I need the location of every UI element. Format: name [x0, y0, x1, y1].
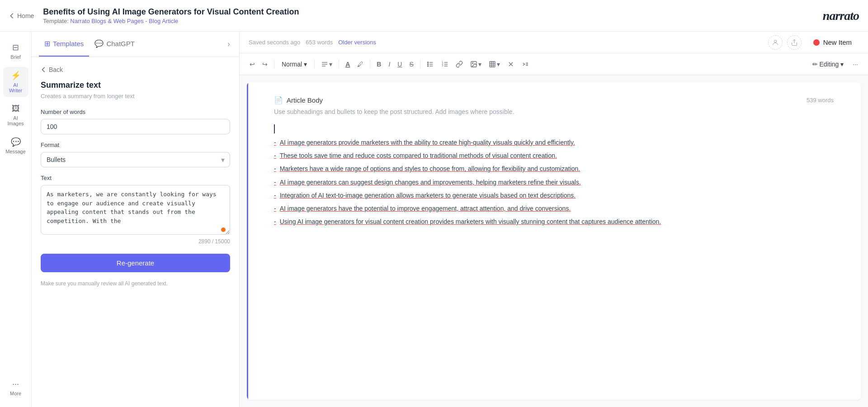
- icon-sidebar: ⊟ Brief ⚡ AI Writer 🖼 AI Images 💬 Messag…: [0, 32, 32, 407]
- textarea-wrap: As marketers, we are constantly looking …: [41, 185, 230, 237]
- editing-label: Editing: [820, 61, 839, 68]
- image-button[interactable]: ▾: [467, 59, 484, 70]
- tab-label: ChatGPT: [106, 40, 135, 47]
- sidebar-item-ai-writer[interactable]: ⚡ AI Writer: [3, 67, 28, 97]
- list-item: -AI image generators have the potential …: [274, 203, 834, 214]
- undo-button[interactable]: ↩: [247, 59, 258, 70]
- article-word-count: 539 words: [807, 97, 834, 104]
- ordered-list-button[interactable]: 123: [439, 59, 451, 70]
- svg-point-17: [472, 62, 473, 63]
- pencil-icon: ✏: [812, 61, 818, 68]
- toolbar-divider: [370, 60, 370, 69]
- chevron-down-icon: ▾: [497, 61, 500, 68]
- editor-statusbar: Saved seconds ago 653 words Older versio…: [240, 32, 868, 53]
- svg-text:3: 3: [442, 64, 443, 67]
- doc-title: Benefits of Using AI Image Generators fo…: [43, 7, 822, 17]
- older-versions-link[interactable]: Older versions: [338, 39, 376, 46]
- highlight-button[interactable]: 🖊: [354, 59, 366, 70]
- sidebar-item-brief[interactable]: ⊟ Brief: [3, 39, 28, 63]
- article-text[interactable]: -AI image generators provide marketers w…: [274, 137, 834, 227]
- logo: narrato: [823, 9, 859, 23]
- word-count-status: 653 words: [306, 39, 333, 46]
- bullet-dash: -: [274, 203, 276, 214]
- bullet-list-button[interactable]: [424, 59, 437, 70]
- doc-template: Template: Narrato Blogs & Web Pages - Bl…: [43, 18, 822, 24]
- doc-info: Benefits of Using AI Image Generators fo…: [43, 7, 822, 24]
- svg-point-7: [427, 62, 428, 63]
- left-border: [247, 82, 248, 400]
- template-link[interactable]: Narrato Blogs & Web Pages - Blog Article: [70, 18, 178, 24]
- editor-area: Saved seconds ago 653 words Older versio…: [240, 32, 868, 407]
- new-item-label: New Item: [823, 38, 852, 46]
- words-label: Number of words: [41, 109, 230, 115]
- more-toolbar-button[interactable]: ···: [850, 59, 861, 70]
- list-item: -These tools save time and reduce costs …: [274, 150, 834, 161]
- editing-dropdown-button[interactable]: ✏ Editing ▾: [808, 59, 849, 70]
- format-normal-label: Normal: [282, 61, 302, 68]
- strikethrough-button[interactable]: S: [406, 59, 416, 70]
- svg-point-8: [427, 64, 428, 65]
- tab-templates[interactable]: ⊞ Templates: [39, 32, 89, 57]
- article-placeholder: Use subheadings and bullets to keep the …: [274, 108, 834, 115]
- article-body-header: 📄 Article Body 539 words: [274, 96, 834, 104]
- ai-disclaimer: Make sure you manually review all AI gen…: [41, 279, 230, 288]
- chevron-down-icon: ▾: [478, 61, 481, 68]
- redo-button[interactable]: ↪: [259, 59, 270, 70]
- bold-button[interactable]: B: [374, 59, 384, 70]
- char-count: 2890 / 15000: [41, 238, 230, 245]
- red-dot-icon: [813, 39, 820, 46]
- tab-chatgpt[interactable]: 💬 ChatGPT: [89, 32, 140, 57]
- sidebar-item-ai-images[interactable]: 🖼 AI Images: [3, 100, 28, 130]
- chevron-down-icon: ▾: [304, 61, 307, 68]
- underline-button[interactable]: U: [395, 59, 405, 70]
- regenerate-button[interactable]: Re-generate: [41, 254, 230, 272]
- list-item: -Using AI image generators for visual co…: [274, 216, 834, 227]
- link-button[interactable]: [453, 59, 466, 70]
- back-link[interactable]: Back: [41, 66, 230, 73]
- templates-icon: ⊞: [44, 39, 50, 48]
- font-color-button[interactable]: A: [343, 59, 353, 70]
- sidebar-item-label: AI Images: [7, 115, 25, 126]
- panel: ⊞ Templates 💬 ChatGPT › Back Summarize t…: [32, 32, 240, 407]
- sidebar-item-more[interactable]: ··· More: [3, 376, 28, 400]
- format-dropdown[interactable]: Normal ▾: [278, 59, 311, 70]
- section-desc: Creates a summary from longer text: [41, 93, 230, 99]
- list-item: -Integration of AI text-to-image generat…: [274, 190, 834, 201]
- format-select-wrap: Bullets Paragraph Numbered ▾: [41, 152, 230, 167]
- editor-content[interactable]: 📄 Article Body 539 words Use subheadings…: [247, 82, 861, 400]
- home-label: Home: [17, 12, 34, 19]
- brief-icon: ⊟: [12, 43, 19, 52]
- clear-format-button[interactable]: [505, 59, 517, 70]
- list-item: -Marketers have a wide range of options …: [274, 163, 834, 175]
- text-label: Text: [41, 175, 230, 181]
- new-item-button[interactable]: New Item: [806, 35, 859, 50]
- panel-collapse-button[interactable]: ›: [226, 38, 232, 51]
- sidebar-item-message[interactable]: 💬 Message: [3, 133, 28, 158]
- home-link[interactable]: Home: [9, 12, 34, 19]
- align-button[interactable]: ▾: [318, 59, 335, 70]
- words-input[interactable]: [41, 119, 230, 134]
- sidebar-item-label: Message: [5, 149, 26, 154]
- list-item: -AI image generators can suggest design …: [274, 177, 834, 188]
- toolbar-divider: [339, 60, 339, 69]
- bullet-dash: -: [274, 216, 276, 227]
- text-textarea[interactable]: As marketers, we are constantly looking …: [41, 185, 230, 235]
- back-label: Back: [49, 66, 63, 73]
- cursor: [274, 124, 834, 137]
- message-icon: 💬: [11, 137, 21, 147]
- list-item: -AI image generators provide marketers w…: [274, 137, 834, 148]
- article-body-title: Article Body: [287, 96, 323, 104]
- format-toolbar: ↩ ↪ Normal ▾ ▾ A 🖊 B I U S: [240, 53, 868, 75]
- italic-button[interactable]: I: [386, 59, 393, 70]
- indent-button[interactable]: [519, 59, 532, 70]
- chevron-down-icon: ▾: [840, 61, 844, 68]
- ai-writer-icon: ⚡: [11, 71, 21, 80]
- format-select[interactable]: Bullets Paragraph Numbered: [41, 152, 230, 167]
- sidebar-item-label: Brief: [10, 54, 21, 60]
- user-avatar-icon[interactable]: [768, 35, 783, 50]
- share-icon[interactable]: [787, 35, 802, 50]
- section-title: Summarize text: [41, 80, 230, 90]
- table-button[interactable]: ▾: [486, 59, 503, 70]
- panel-tabs: ⊞ Templates 💬 ChatGPT ›: [32, 32, 239, 57]
- bullet-dash: -: [274, 163, 276, 175]
